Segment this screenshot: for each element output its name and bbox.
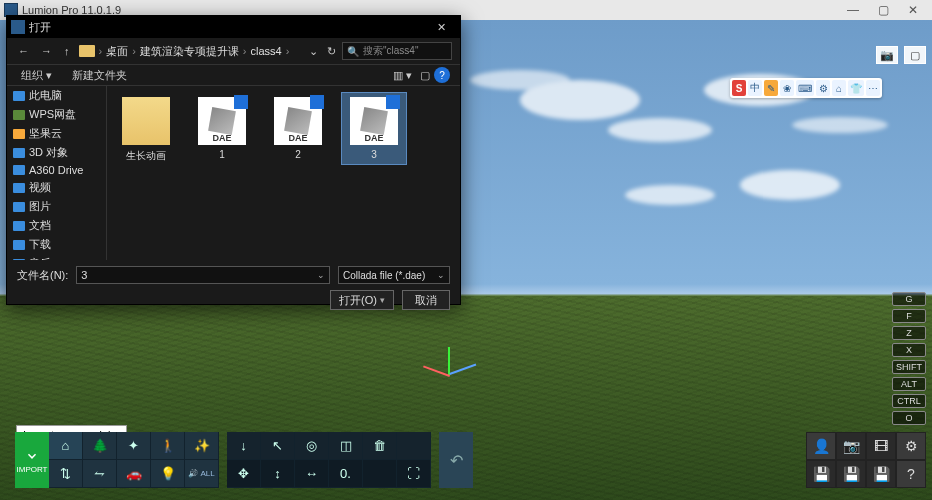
crumb[interactable]: class4	[251, 45, 282, 57]
help-button[interactable]: ?	[896, 460, 926, 488]
ime-chip[interactable]: ⌨	[796, 80, 814, 96]
duplicate-button[interactable]: ◫	[329, 432, 363, 460]
crumb[interactable]: 建筑渲染专项提升课	[140, 44, 239, 59]
cat-light-button[interactable]: 💡	[151, 460, 185, 488]
transform-group: ↓ ↖ ◎ ◫ 🗑 ✥ ↕ ↔ 0. ⛶	[227, 432, 431, 488]
breadcrumb[interactable]: › 桌面 › 建筑渲染专项提升课 › class4 ›	[79, 44, 301, 59]
filename-input[interactable]: 3 ⌄	[76, 266, 330, 284]
context-button[interactable]: ◎	[295, 432, 329, 460]
tree-icon	[13, 202, 25, 212]
dialog-nav: ← → ↑ › 桌面 › 建筑渲染专项提升课 › class4 › ⌄ ↻ 🔍 …	[7, 38, 460, 64]
folder-tree[interactable]: 此电脑WPS网盘坚果云3D 对象A360 Drive视频图片文档下载音乐桌面OS…	[7, 86, 107, 260]
nav-forward-button[interactable]: →	[38, 45, 55, 57]
move-h-button[interactable]: ↔	[295, 460, 329, 488]
file-icon: DAE	[198, 97, 246, 145]
photo-mode-button[interactable]: 📷	[836, 432, 866, 460]
screen-toggle-icon[interactable]: ▢	[904, 46, 926, 64]
ime-chip[interactable]: S	[732, 80, 746, 96]
file-list[interactable]: 生长动画DAE1DAE2DAE3	[107, 86, 460, 260]
dialog-close-button[interactable]: ✕	[426, 21, 456, 34]
new-folder-button[interactable]: 新建文件夹	[68, 68, 131, 83]
cat-nature-button[interactable]: ⌂	[49, 432, 83, 460]
cat-tree-button[interactable]: 🌲	[83, 432, 117, 460]
tree-node[interactable]: 此电脑	[7, 86, 106, 105]
key-hints: G F Z X SHIFT ALT CTRL O	[892, 292, 926, 425]
file-item[interactable]: DAE3	[341, 92, 407, 165]
place-button[interactable]: ↓	[227, 432, 261, 460]
ime-chip[interactable]: ⚙	[816, 80, 830, 96]
tree-node[interactable]: A360 Drive	[7, 162, 106, 178]
dialog-footer: 文件名(N): 3 ⌄ Collada file (*.dae) ⌄ 打开(O)…	[7, 260, 460, 316]
file-item[interactable]: DAE2	[265, 92, 331, 165]
tree-node[interactable]: 文档	[7, 216, 106, 235]
nav-back-button[interactable]: ←	[15, 45, 32, 57]
move-v-button[interactable]: ↕	[261, 460, 295, 488]
key-hint: F	[892, 309, 926, 323]
view-mode-button[interactable]: ▥ ▾	[389, 69, 416, 82]
cat-utility-button[interactable]: ⥊	[83, 460, 117, 488]
folder-item[interactable]: 生长动画	[113, 92, 179, 168]
tree-node[interactable]: 下载	[7, 235, 106, 254]
movie-mode-button[interactable]: 🎞	[866, 432, 896, 460]
save-button[interactable]: 💾	[806, 460, 836, 488]
search-icon: 🔍	[347, 46, 359, 57]
view-mode-icons: 📷 ▢	[876, 46, 926, 64]
refresh-button[interactable]: ↻	[327, 45, 336, 58]
mode-toolbar: 👤 📷 🎞 ⚙ 💾 💾 💾 ?	[806, 432, 926, 488]
cat-all-button[interactable]: 🔊 ALL	[185, 460, 219, 488]
cat-transport-button[interactable]: ⇅	[49, 460, 83, 488]
ime-chip[interactable]: ⋯	[866, 80, 880, 96]
search-input[interactable]: 🔍 搜索"class4"	[342, 42, 452, 60]
cat-fx-button[interactable]: ✨	[185, 432, 219, 460]
dialog-help-button[interactable]: ?	[434, 67, 450, 83]
tree-label: 此电脑	[29, 88, 62, 103]
load-button[interactable]: 💾	[866, 460, 896, 488]
dialog-title: 打开	[29, 20, 51, 35]
axis-z-icon	[448, 347, 450, 375]
ime-chip[interactable]: ⌂	[832, 80, 846, 96]
cancel-button[interactable]: 取消	[402, 290, 450, 310]
import-button[interactable]: IMPORT	[15, 432, 49, 488]
ime-chip[interactable]: 中	[748, 80, 762, 96]
chevron-down-icon[interactable]: ⌄	[437, 270, 445, 280]
organize-button[interactable]: 组织 ▾	[17, 68, 56, 83]
tree-node[interactable]: 坚果云	[7, 124, 106, 143]
tree-node[interactable]: WPS网盘	[7, 105, 106, 124]
cat-vehicle-button[interactable]: 🚗	[117, 460, 151, 488]
chevron-down-icon[interactable]: ⌄	[317, 270, 325, 280]
file-item[interactable]: DAE1	[189, 92, 255, 165]
ime-toolbar[interactable]: S 中 ✎ ❀ ⌨ ⚙ ⌂ 👕 ⋯	[730, 78, 882, 98]
tree-node[interactable]: 音乐	[7, 254, 106, 260]
delete-button[interactable]: 🗑	[363, 432, 397, 460]
nav-up-button[interactable]: ↑	[61, 45, 73, 57]
crumb[interactable]: 桌面	[106, 44, 128, 59]
sound-icon: 🔊	[188, 469, 198, 478]
maximize-button[interactable]: ▢	[868, 0, 898, 20]
move-button[interactable]: ✥	[227, 460, 261, 488]
ime-chip[interactable]: 👕	[848, 80, 864, 96]
minimize-button[interactable]: —	[838, 0, 868, 20]
tree-icon	[13, 240, 25, 250]
tree-node[interactable]: 图片	[7, 197, 106, 216]
cat-effects-button[interactable]: ✦	[117, 432, 151, 460]
cat-people-button[interactable]: 🚶	[151, 432, 185, 460]
close-button[interactable]: ✕	[898, 0, 928, 20]
camera-toggle-icon[interactable]: 📷	[876, 46, 898, 64]
path-dropdown-icon[interactable]: ⌄	[306, 45, 321, 58]
tree-node[interactable]: 3D 对象	[7, 143, 106, 162]
tree-label: 3D 对象	[29, 145, 68, 160]
focus-button[interactable]: ⛶	[397, 460, 431, 488]
preview-pane-button[interactable]: ▢	[416, 69, 434, 82]
file-type-filter[interactable]: Collada file (*.dae) ⌄	[338, 266, 450, 284]
tree-node[interactable]: 视频	[7, 178, 106, 197]
open-button[interactable]: 打开(O) ▾	[330, 290, 394, 310]
ime-chip[interactable]: ❀	[780, 80, 794, 96]
build-mode-button[interactable]: 👤	[806, 432, 836, 460]
ime-chip[interactable]: ✎	[764, 80, 778, 96]
dialog-titlebar[interactable]: 打开 ✕	[7, 16, 460, 38]
save-as-button[interactable]: 💾	[836, 460, 866, 488]
undo-button[interactable]: ↶	[439, 432, 473, 488]
scale-value[interactable]: 0.	[329, 460, 363, 488]
settings-button[interactable]: ⚙	[896, 432, 926, 460]
select-button[interactable]: ↖	[261, 432, 295, 460]
